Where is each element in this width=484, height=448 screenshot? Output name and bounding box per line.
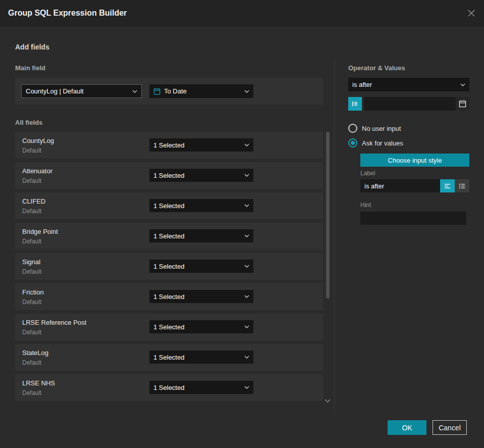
- field-layer: Default: [22, 238, 41, 245]
- main-field-label: Main field: [15, 64, 45, 72]
- hint-input[interactable]: [360, 212, 466, 225]
- field-name: Attenuator: [22, 167, 52, 175]
- close-icon: [467, 9, 475, 17]
- field-name: Bridge Point: [22, 228, 58, 235]
- all-fields-list: CountyLog Default 1 Selected Attenuator …: [15, 132, 323, 401]
- field-layer: Default: [22, 268, 41, 275]
- field-name: StateLog: [22, 349, 48, 357]
- radio-label: No user input: [362, 125, 401, 132]
- date-value-input[interactable]: [364, 97, 456, 111]
- dialog-title: Group SQL Expression Builder: [8, 0, 127, 26]
- field-selection-select[interactable]: 1 Selected: [149, 138, 253, 152]
- field-row: Bridge Point Default 1 Selected: [15, 223, 323, 250]
- field-row: LRSE NHS Default 1 Selected: [15, 374, 323, 401]
- date-picker-button[interactable]: [456, 97, 469, 111]
- cancel-button[interactable]: Cancel: [433, 420, 467, 435]
- list-input-icon: [458, 182, 466, 190]
- manual-value-icon: [351, 100, 359, 108]
- scroll-down-icon[interactable]: [325, 396, 331, 405]
- field-row: CLIFED Default 1 Selected: [15, 192, 323, 219]
- field-selection-select[interactable]: 1 Selected: [149, 290, 253, 303]
- field-name: Signal: [22, 258, 40, 266]
- scrollbar-thumb[interactable]: [326, 132, 330, 298]
- input-style-single-button[interactable]: [440, 179, 455, 192]
- radio-icon: [348, 124, 357, 133]
- value-input-mode-button[interactable]: [348, 97, 362, 111]
- label-caption: Label: [360, 170, 375, 177]
- operator-values-label: Operator & Values: [348, 64, 405, 72]
- chevron-down-icon: [244, 143, 249, 146]
- chevron-down-icon: [132, 90, 137, 93]
- radio-ask-for-values[interactable]: Ask for values: [348, 138, 403, 147]
- field-selection-select[interactable]: 1 Selected: [149, 320, 253, 333]
- field-row: Attenuator Default 1 Selected: [15, 162, 323, 189]
- calendar-icon: [459, 100, 466, 108]
- chevron-down-icon: [244, 174, 249, 177]
- add-fields-heading: Add fields: [15, 43, 49, 51]
- chevron-down-icon: [244, 295, 249, 298]
- field-row: Friction Default 1 Selected: [15, 283, 323, 310]
- ok-button[interactable]: OK: [388, 420, 426, 435]
- main-field-select[interactable]: CountyLog | Default: [21, 84, 142, 98]
- radio-label: Ask for values: [362, 139, 403, 147]
- field-layer: Default: [22, 329, 41, 336]
- single-line-input-icon: [444, 182, 451, 190]
- hint-caption: Hint: [360, 202, 371, 209]
- field-selection-select[interactable]: 1 Selected: [149, 351, 253, 364]
- group-sql-expression-builder-dialog: Group SQL Expression Builder Add fields …: [0, 0, 484, 448]
- field-name: CLIFED: [22, 197, 45, 205]
- field-layer: Default: [22, 298, 41, 306]
- radio-no-user-input[interactable]: No user input: [348, 124, 401, 133]
- field-selection-select[interactable]: 1 Selected: [149, 199, 253, 212]
- all-fields-label: All fields: [15, 119, 42, 126]
- field-selection-select[interactable]: 1 Selected: [149, 381, 253, 394]
- chevron-down-icon: [244, 90, 249, 93]
- close-button[interactable]: [466, 8, 477, 19]
- operator-select[interactable]: is after: [348, 78, 469, 91]
- calendar-icon: [153, 88, 160, 95]
- field-layer: Default: [22, 177, 41, 184]
- input-style-list-button[interactable]: [455, 179, 469, 192]
- choose-input-style-button[interactable]: Choose input style: [360, 154, 469, 167]
- chevron-down-icon: [244, 356, 249, 359]
- field-layer: Default: [22, 208, 41, 215]
- field-selection-select[interactable]: 1 Selected: [149, 169, 253, 182]
- field-layer: Default: [22, 147, 41, 154]
- chevron-down-icon: [244, 204, 249, 207]
- field-name: CountyLog: [22, 137, 54, 144]
- field-layer: Default: [22, 359, 41, 366]
- chevron-down-icon: [244, 265, 249, 268]
- label-input[interactable]: [360, 179, 440, 192]
- chevron-down-icon: [244, 386, 249, 389]
- field-row: StateLog Default 1 Selected: [15, 344, 323, 371]
- radio-selected-icon: [348, 138, 357, 147]
- dialog-header: Group SQL Expression Builder: [0, 0, 484, 26]
- chevron-down-icon: [244, 234, 249, 237]
- main-field-value-type-select[interactable]: To Date: [149, 84, 253, 98]
- field-row: CountyLog Default 1 Selected: [15, 132, 323, 159]
- chevron-down-icon: [460, 83, 465, 86]
- chevron-down-icon: [244, 325, 249, 328]
- field-name: LRSE NHS: [22, 379, 55, 387]
- vertical-divider: [334, 61, 335, 409]
- field-name: Friction: [22, 288, 44, 296]
- field-selection-select[interactable]: 1 Selected: [149, 260, 253, 273]
- main-field-panel: CountyLog | Default To Date: [15, 78, 323, 105]
- field-name: LRSE Reference Post: [22, 319, 86, 326]
- field-selection-select[interactable]: 1 Selected: [149, 229, 253, 242]
- field-row: LRSE Reference Post Default 1 Selected: [15, 314, 323, 340]
- field-layer: Default: [22, 389, 41, 396]
- field-row: Signal Default 1 Selected: [15, 253, 323, 280]
